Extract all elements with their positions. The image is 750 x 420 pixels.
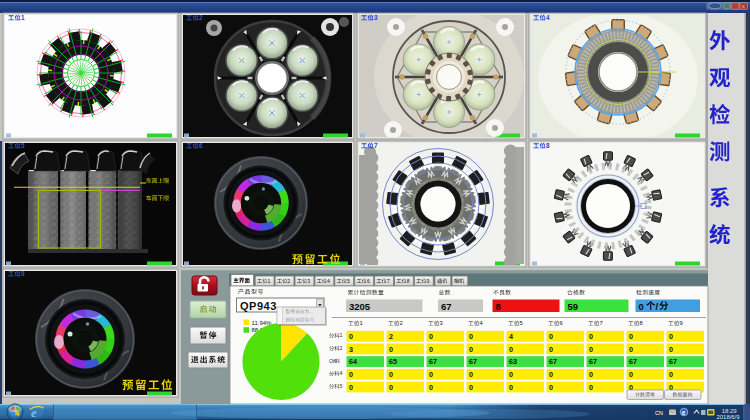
- svg-text:...: ...: [310, 309, 314, 314]
- svg-text:1: 1: [339, 332, 342, 338]
- svg-text:6: 6: [199, 142, 203, 149]
- svg-text:0: 0: [589, 332, 593, 341]
- svg-text:0: 0: [429, 370, 433, 379]
- svg-text:8: 8: [546, 142, 550, 149]
- svg-text:1: 1: [21, 14, 25, 21]
- svg-text:67: 67: [589, 357, 597, 366]
- svg-text:CN: CN: [655, 410, 663, 416]
- svg-text:8: 8: [496, 301, 501, 312]
- svg-text:3: 3: [440, 320, 443, 326]
- svg-text:67: 67: [629, 357, 637, 366]
- svg-text:9: 9: [427, 278, 430, 284]
- svg-text:QP943: QP943: [240, 300, 277, 312]
- svg-text:3: 3: [307, 278, 310, 284]
- svg-text:0: 0: [429, 345, 433, 354]
- svg-text:0: 0: [629, 345, 633, 354]
- svg-text:8: 8: [407, 278, 410, 284]
- svg-text:6: 6: [560, 320, 563, 326]
- svg-text:0: 0: [549, 332, 553, 341]
- svg-text:0: 0: [669, 345, 673, 354]
- svg-text:7: 7: [600, 320, 603, 326]
- svg-text:0: 0: [469, 370, 473, 379]
- svg-text:7: 7: [374, 142, 378, 149]
- svg-text:67: 67: [441, 301, 452, 312]
- svg-text:1: 1: [360, 320, 363, 326]
- svg-text:1: 1: [267, 278, 270, 284]
- svg-text:0: 0: [509, 345, 513, 354]
- svg-text:9: 9: [680, 320, 683, 326]
- svg-text:11.94%: 11.94%: [252, 320, 273, 326]
- svg-text:67: 67: [469, 357, 477, 366]
- svg-text:3: 3: [374, 14, 378, 21]
- svg-text:0: 0: [469, 345, 473, 354]
- svg-text:59: 59: [568, 301, 579, 312]
- svg-text:x: x: [742, 3, 745, 9]
- svg-text:4: 4: [327, 278, 330, 284]
- svg-text:8: 8: [640, 320, 643, 326]
- svg-text:0: 0: [389, 345, 393, 354]
- svg-text:67: 67: [669, 357, 677, 366]
- svg-text:0: 0: [629, 370, 633, 379]
- svg-text:0: 0: [429, 383, 433, 392]
- svg-text:0: 0: [389, 370, 393, 379]
- svg-text:0: 0: [469, 383, 473, 392]
- svg-text:0: 0: [349, 332, 353, 341]
- svg-text:0: 0: [549, 345, 553, 354]
- svg-text:0: 0: [639, 301, 644, 312]
- svg-text:2018/6/9: 2018/6/9: [717, 414, 740, 420]
- svg-text:0: 0: [349, 370, 353, 379]
- svg-text:65: 65: [389, 357, 397, 366]
- svg-text:5: 5: [520, 320, 523, 326]
- svg-text:67: 67: [549, 357, 557, 366]
- svg-text:2: 2: [389, 332, 393, 341]
- svg-text:18:29: 18:29: [722, 408, 737, 414]
- svg-text:7: 7: [387, 278, 390, 284]
- svg-text:5: 5: [21, 142, 25, 149]
- svg-text:0: 0: [349, 383, 353, 392]
- svg-text:0: 0: [549, 370, 553, 379]
- svg-text:67: 67: [429, 357, 437, 366]
- svg-text:0: 0: [589, 383, 593, 392]
- svg-text:0: 0: [509, 370, 513, 379]
- svg-text:0: 0: [589, 345, 593, 354]
- svg-text:3: 3: [349, 345, 353, 354]
- svg-text:6: 6: [367, 278, 370, 284]
- svg-text:/: /: [656, 301, 659, 312]
- svg-text:4: 4: [339, 370, 342, 376]
- svg-text:2: 2: [199, 14, 203, 21]
- svg-text:0: 0: [669, 370, 673, 379]
- svg-text:3205: 3205: [349, 301, 371, 312]
- svg-text:9: 9: [21, 270, 25, 277]
- svg-text:0: 0: [509, 383, 513, 392]
- svg-text:2: 2: [339, 345, 342, 351]
- svg-text:0: 0: [669, 332, 673, 341]
- svg-text:0: 0: [549, 383, 553, 392]
- svg-text:2: 2: [400, 320, 403, 326]
- svg-text:0: 0: [389, 383, 393, 392]
- svg-text:0: 0: [589, 370, 593, 379]
- svg-text:4: 4: [546, 14, 550, 21]
- svg-text:0: 0: [469, 332, 473, 341]
- svg-text:5: 5: [339, 383, 342, 389]
- svg-text:0: 0: [429, 332, 433, 341]
- svg-text:5: 5: [347, 278, 350, 284]
- svg-text:e: e: [682, 409, 686, 416]
- svg-text:63: 63: [509, 357, 517, 366]
- svg-text:2: 2: [287, 278, 290, 284]
- svg-text:4: 4: [509, 332, 513, 341]
- svg-text:0: 0: [629, 332, 633, 341]
- svg-text:64: 64: [349, 357, 357, 366]
